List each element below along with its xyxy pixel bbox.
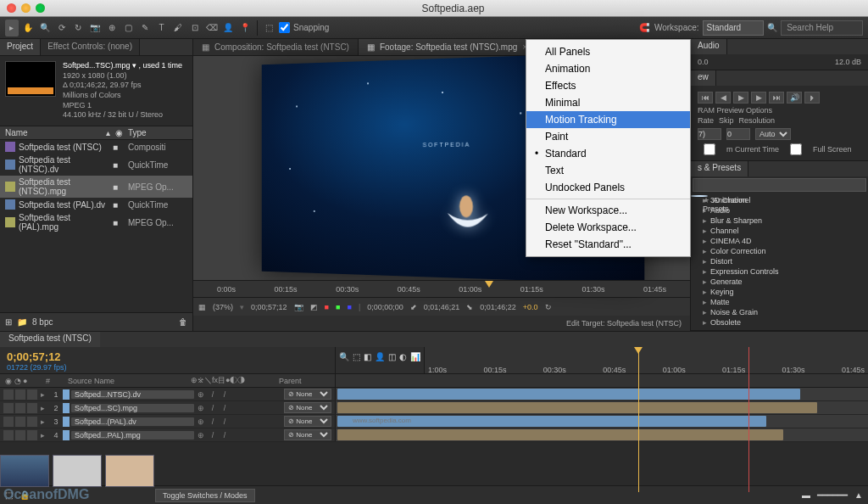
out-time[interactable]: 0;01;46;21 — [424, 303, 460, 311]
clip-bar[interactable] — [337, 389, 800, 400]
motion-blur-icon[interactable] — [255, 389, 265, 400]
timeline-layer[interactable]: ▸4Softped...PAL).mpg⊕//⊘ None — [0, 428, 868, 442]
last-frame-icon[interactable]: ⏭ — [769, 92, 784, 104]
audio-offset[interactable]: +0.0 — [523, 303, 538, 311]
effect-category[interactable]: Expression Controls — [691, 266, 868, 277]
workspace-menu-item[interactable]: Undocked Panels — [526, 179, 690, 196]
shy-icon[interactable]: ⊕ — [196, 417, 206, 427]
expand-icon[interactable]: ▸ — [41, 390, 49, 399]
loop-icon[interactable]: ↻ — [545, 303, 552, 311]
workspace-menu-item[interactable]: Motion Tracking — [526, 111, 690, 128]
mask-tool-icon[interactable]: ▢ — [121, 20, 135, 36]
zoom-tool-icon[interactable]: 🔍 — [38, 20, 52, 36]
framerate-input[interactable] — [698, 128, 721, 140]
shy-icon[interactable]: ⊕ — [196, 430, 206, 440]
effect-category[interactable]: Color Correction — [691, 246, 868, 256]
fx-icon[interactable] — [231, 389, 242, 400]
visibility-icon[interactable] — [3, 430, 14, 440]
solo-icon[interactable] — [27, 417, 37, 427]
layer-name[interactable]: Softped...PAL).mpg — [71, 431, 194, 440]
resolution-select[interactable]: Auto — [755, 128, 791, 140]
channel-icon[interactable]: ◩ — [310, 303, 318, 311]
local-axis-icon[interactable]: ⬚ — [262, 20, 275, 36]
camera-tool-icon[interactable]: 📷 — [88, 20, 102, 36]
orbit-tool-icon[interactable]: ⟳ — [55, 20, 69, 36]
frame-blend-icon[interactable] — [243, 389, 253, 400]
tab-footage[interactable]: ▦ Footage: Softpedia test (NTSC).mpg × — [359, 39, 537, 55]
effect-category[interactable]: Channel — [691, 226, 868, 236]
snapping-checkbox[interactable]: Snapping — [279, 22, 329, 33]
hide-shy-icon[interactable]: 👤 — [375, 352, 385, 361]
col-source[interactable]: Source Name — [68, 377, 191, 385]
shy-icon[interactable]: ⊕ — [196, 403, 206, 413]
skip-input[interactable] — [726, 128, 750, 140]
workspace-menu-item[interactable]: Animation — [526, 60, 690, 77]
first-frame-icon[interactable]: ⏮ — [698, 92, 713, 104]
effect-category[interactable]: CINEMA 4D — [691, 236, 868, 246]
list-item[interactable]: Softpedia test (NTSC)■Compositi — [0, 140, 192, 154]
workspace-menu-action[interactable]: Delete Workspace... — [526, 219, 690, 236]
label-icon[interactable]: ◉ — [115, 128, 123, 137]
tab-audio[interactable]: Audio — [691, 39, 727, 54]
column-name[interactable]: Name — [5, 128, 106, 137]
set-in-icon[interactable]: ⬋ — [410, 303, 417, 311]
effect-category[interactable]: Generate — [691, 277, 868, 287]
tab-effects[interactable]: s & Presets — [691, 161, 748, 176]
collapse-icon[interactable]: / — [208, 389, 218, 400]
column-type[interactable]: Type — [128, 128, 187, 137]
frame-blend-icon[interactable] — [243, 417, 253, 427]
label-color[interactable] — [63, 389, 70, 400]
expand-icon[interactable]: ▸ — [41, 404, 49, 412]
timeline-layer[interactable]: ▸3Softped...(PAL).dv⊕//⊘ Nonewww.softped… — [0, 415, 868, 428]
frame-blend-icon[interactable] — [243, 430, 253, 440]
rgb-icon[interactable]: ■ — [325, 303, 329, 311]
collapse-icon[interactable]: / — [208, 417, 218, 427]
timeline-ruler[interactable]: 1:00s00:15s00:30s00:45s01:00s01:15s01:30… — [425, 347, 868, 374]
current-time-indicator[interactable] — [638, 347, 639, 492]
timeline-timecode[interactable]: 0;00;57;12 — [7, 350, 61, 363]
mini-ruler[interactable]: 0:00s00:15s00:30s00:45s01:00s01:15s01:30… — [193, 280, 690, 297]
minimize-icon[interactable] — [21, 3, 31, 13]
workspace-menu-action[interactable]: New Workspace... — [526, 202, 690, 219]
draft3d-icon[interactable]: ◧ — [364, 352, 371, 361]
quality-icon[interactable]: / — [220, 389, 230, 400]
trash-icon[interactable]: 🗑 — [179, 317, 187, 327]
close-icon[interactable] — [7, 3, 16, 13]
audio-icon[interactable] — [15, 430, 25, 440]
motion-blur-icon[interactable] — [255, 403, 265, 413]
clip-bar[interactable] — [337, 402, 817, 413]
effects-search-input[interactable] — [693, 178, 866, 192]
label-color[interactable] — [63, 403, 70, 413]
alpha-icon[interactable]: ▦ — [198, 303, 206, 311]
zoom-slider[interactable]: ━━━━━━ — [817, 490, 848, 500]
layer-track[interactable] — [336, 428, 868, 441]
audio-icon[interactable] — [15, 389, 25, 400]
thumb-3[interactable] — [105, 455, 154, 487]
frame-blend-icon[interactable] — [243, 403, 253, 413]
shy-icon[interactable]: ⊕ — [196, 389, 206, 400]
motion-blur-icon[interactable]: ◐ — [399, 352, 407, 361]
list-item[interactable]: Softpedia test (NTSC).dv■QuickTime — [0, 154, 192, 176]
list-item[interactable]: Softpedia test (PAL).mpg■MPEG Op... — [0, 211, 192, 233]
effect-category[interactable]: Noise & Grain — [691, 307, 868, 317]
workspace-dropdown[interactable]: Standard — [703, 20, 765, 36]
hand-tool-icon[interactable]: ✋ — [22, 20, 36, 36]
mute-icon[interactable]: 🔊 — [787, 92, 802, 104]
audio-icon[interactable] — [15, 417, 25, 427]
timeline-layer[interactable]: ▸2Softped...SC).mpg⊕//⊘ None — [0, 401, 868, 415]
bpc-toggle[interactable]: 8 bpc — [32, 317, 53, 327]
rotate-tool-icon[interactable]: ↻ — [72, 20, 86, 36]
visibility-icon[interactable] — [3, 403, 14, 413]
workspace-menu-item[interactable]: Effects — [526, 77, 690, 94]
frame-blend-icon[interactable]: ◫ — [388, 352, 396, 361]
timeline-layer[interactable]: ▸1Softped...NTSC).dv⊕//⊘ None — [0, 388, 868, 401]
workspace-menu-item[interactable]: Standard — [526, 145, 690, 162]
clone-tool-icon[interactable]: ⊡ — [188, 20, 202, 36]
effect-category[interactable]: Keying — [691, 287, 868, 297]
list-item[interactable]: Softpedia test (PAL).dv■QuickTime — [0, 198, 192, 211]
motion-blur-icon[interactable] — [255, 417, 265, 427]
tab-preview[interactable]: ew — [691, 70, 716, 86]
tab-timeline[interactable]: Softpedia test (NTSC) — [0, 332, 100, 347]
fullscreen-checkbox[interactable] — [784, 143, 808, 155]
expand-icon[interactable]: ▸ — [41, 417, 49, 426]
